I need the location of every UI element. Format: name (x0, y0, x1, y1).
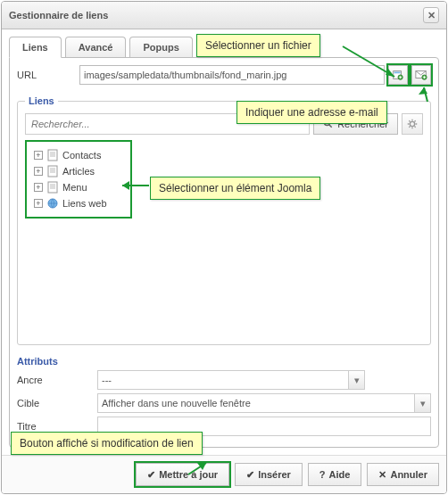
svg-marker-12 (419, 87, 427, 95)
arrow-icon (117, 179, 153, 192)
tree-item-articles[interactable]: + Articles (34, 163, 123, 179)
svg-point-6 (410, 121, 414, 126)
chevron-down-icon[interactable]: ▾ (348, 371, 364, 389)
globe-icon (46, 197, 59, 210)
tab-advanced[interactable]: Avancé (65, 37, 127, 58)
anchor-select[interactable]: ▾ (97, 370, 365, 390)
target-select[interactable]: ▾ (97, 393, 431, 413)
arrow-icon (406, 86, 431, 105)
svg-marker-14 (197, 463, 206, 470)
callout-email: Indiquer une adresse e-mail (236, 101, 387, 124)
page-icon (46, 165, 59, 177)
tree-item-contacts[interactable]: + Contacts (34, 147, 123, 163)
arrow-icon (341, 43, 408, 84)
cancel-button-label: Annuler (390, 469, 427, 480)
tree-item-weblinks[interactable]: + Liens web (34, 195, 123, 211)
target-label: Cible (17, 398, 97, 408)
expand-icon[interactable]: + (34, 199, 43, 208)
dialog-title: Gestionnaire de liens (9, 10, 108, 21)
svg-marker-13 (122, 181, 129, 190)
expand-icon[interactable]: + (34, 151, 43, 160)
svg-rect-9 (48, 182, 57, 193)
url-label: URL (17, 70, 79, 80)
titlebar: Gestionnaire de liens ✕ (2, 2, 446, 29)
tree-item-menu[interactable]: + Menu (34, 179, 123, 195)
callout-select-file: Sélectionner un fichier (196, 34, 320, 57)
envelope-icon (415, 69, 427, 81)
email-button[interactable] (411, 65, 431, 85)
tab-popups[interactable]: Popups (129, 37, 192, 58)
anchor-row: Ancre ▾ (17, 370, 431, 390)
links-legend: Liens (25, 95, 58, 106)
help-button[interactable]: ? Aide (308, 463, 362, 486)
gear-icon (406, 118, 419, 130)
callout-update-button: Bouton affiché si modification de lien (11, 432, 203, 455)
svg-rect-8 (48, 166, 57, 177)
close-button[interactable]: ✕ (423, 7, 439, 23)
svg-marker-11 (386, 69, 394, 77)
close-icon: ✕ (378, 469, 386, 481)
check-icon: ✔ (147, 469, 155, 481)
tree-item-label: Articles (62, 166, 95, 177)
tree-item-label: Liens web (62, 198, 107, 209)
attributes-legend: Attributs (17, 356, 431, 367)
question-icon: ? (319, 469, 326, 480)
page-icon (46, 149, 59, 161)
expand-icon[interactable]: + (34, 183, 43, 192)
svg-rect-7 (48, 150, 57, 161)
title-label: Titre (17, 421, 97, 432)
dialog-body: Liens Avancé Popups URL Liens (2, 29, 446, 455)
tree-item-label: Contacts (62, 150, 101, 161)
tree-item-label: Menu (62, 182, 87, 193)
anchor-value[interactable] (97, 370, 365, 390)
tab-links[interactable]: Liens (9, 37, 62, 58)
chevron-down-icon[interactable]: ▾ (414, 394, 430, 412)
callout-joomla: Sélectionner un élément Joomla (150, 177, 320, 200)
expand-icon[interactable]: + (34, 167, 43, 176)
help-button-label: Aide (329, 469, 351, 480)
insert-button-label: Insérer (258, 469, 291, 480)
close-icon: ✕ (427, 10, 436, 21)
cancel-button[interactable]: ✕ Annuler (367, 463, 439, 486)
target-row: Cible ▾ (17, 393, 431, 413)
check-icon: ✔ (246, 469, 254, 481)
insert-button[interactable]: ✔ Insérer (235, 463, 303, 486)
link-tree: + Contacts + Articles + Menu (25, 140, 132, 219)
links-fieldset: Liens Rechercher + (17, 95, 431, 345)
url-input[interactable] (79, 65, 385, 85)
settings-button[interactable] (402, 113, 423, 135)
arrow-icon (183, 461, 213, 483)
target-value[interactable] (97, 393, 431, 413)
page-icon (46, 181, 59, 194)
dialog-footer: ✔ Mettre à jour ✔ Insérer ? Aide ✕ Annul… (2, 455, 446, 493)
anchor-label: Ancre (17, 375, 97, 385)
